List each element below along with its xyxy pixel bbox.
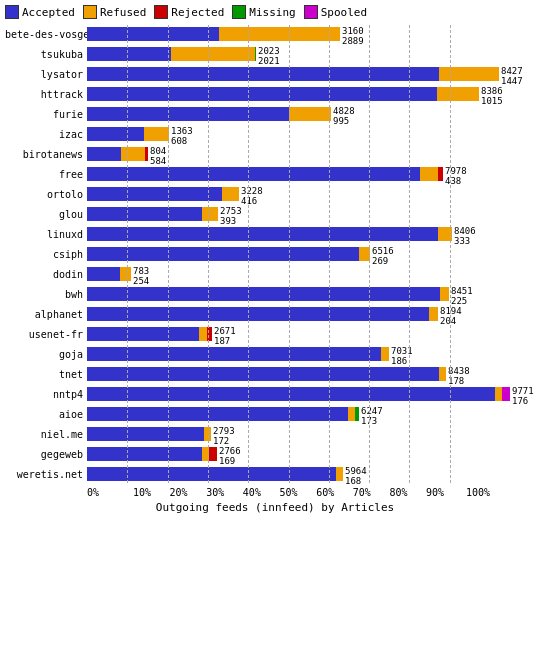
refused-bar	[381, 347, 389, 361]
x-axis-tick: 10%	[124, 487, 161, 498]
row-label: bete-des-vosges	[5, 29, 87, 40]
bar-value-label: 9771176	[512, 386, 534, 407]
accepted-bar	[87, 67, 439, 81]
table-row: gegeweb2766169	[5, 445, 545, 463]
refused-color-box	[83, 5, 97, 19]
table-row: nntp49771176	[5, 385, 545, 403]
bar-value-label: 8194204	[440, 306, 462, 327]
missing-bar	[255, 47, 256, 61]
accepted-bar	[87, 27, 219, 41]
x-axis-tick: 70%	[343, 487, 380, 498]
x-axis-tick: 50%	[270, 487, 307, 498]
row-label: birotanews	[5, 149, 87, 160]
refused-bar	[420, 167, 438, 181]
table-row: httrack83861015	[5, 85, 545, 103]
bar-container: 2793172	[87, 427, 490, 441]
rejected-bar	[145, 147, 148, 161]
legend-spooled-label: Spooled	[321, 6, 367, 19]
bar-value-label: 2671187	[214, 326, 236, 347]
legend-missing: Missing	[232, 5, 295, 19]
bar-container: 1363608	[87, 127, 490, 141]
bar-container: 2753393	[87, 207, 490, 221]
legend-accepted-label: Accepted	[22, 6, 75, 19]
accepted-bar	[87, 147, 121, 161]
accepted-bar	[87, 107, 289, 121]
bar-container: 6516269	[87, 247, 490, 261]
legend-accepted: Accepted	[5, 5, 75, 19]
bar-value-label: 7978438	[445, 166, 467, 187]
bar-value-label: 8438178	[448, 366, 470, 387]
x-axis-tick: 30%	[197, 487, 234, 498]
bar-container: 4828995	[87, 107, 490, 121]
refused-bar	[437, 87, 479, 101]
chart-title: Outgoing feeds (innfeed) by Articles	[5, 501, 545, 514]
bar-container: 20232021	[87, 47, 490, 61]
accepted-bar	[87, 367, 439, 381]
accepted-bar	[87, 207, 202, 221]
refused-bar	[171, 47, 255, 61]
refused-bar	[439, 367, 446, 381]
row-label: nntp4	[5, 389, 87, 400]
table-row: csiph6516269	[5, 245, 545, 263]
refused-bar	[222, 187, 239, 201]
legend-rejected: Rejected	[154, 5, 224, 19]
refused-bar	[204, 427, 211, 441]
row-label: gegeweb	[5, 449, 87, 460]
bar-container: 783254	[87, 267, 490, 281]
rejected-color-box	[154, 5, 168, 19]
bar-container: 6247173	[87, 407, 490, 421]
table-row: alphanet8194204	[5, 305, 545, 323]
x-axis-tick: 100%	[453, 487, 490, 498]
bar-value-label: 804584	[150, 146, 166, 167]
bar-value-label: 2793172	[213, 426, 235, 447]
legend-missing-label: Missing	[249, 6, 295, 19]
row-label: free	[5, 169, 87, 180]
bar-value-label: 20232021	[258, 46, 280, 67]
legend-refused-label: Refused	[100, 6, 146, 19]
row-label: tnet	[5, 369, 87, 380]
bar-container: 8194204	[87, 307, 490, 321]
table-row: tsukuba20232021	[5, 45, 545, 63]
table-row: ortolo3228416	[5, 185, 545, 203]
accepted-bar	[87, 447, 202, 461]
table-row: aioe6247173	[5, 405, 545, 423]
row-label: bwh	[5, 289, 87, 300]
bar-rows: bete-des-vosges31602889tsukuba20232021ly…	[5, 25, 545, 483]
bar-value-label: 3228416	[241, 186, 263, 207]
x-axis-tick: 20%	[160, 487, 197, 498]
refused-bar	[359, 247, 370, 261]
row-label: glou	[5, 209, 87, 220]
table-row: bwh8451225	[5, 285, 545, 303]
table-row: izac1363608	[5, 125, 545, 143]
accepted-bar	[87, 127, 144, 141]
bar-chart-area: bete-des-vosges31602889tsukuba20232021ly…	[5, 25, 545, 514]
rejected-bar	[209, 447, 217, 461]
chart-container: Accepted Refused Rejected Missing Spoole…	[0, 0, 550, 655]
accepted-bar	[87, 247, 359, 261]
bar-container: 8406333	[87, 227, 490, 241]
bar-container: 8451225	[87, 287, 490, 301]
table-row: tnet8438178	[5, 365, 545, 383]
accepted-bar	[87, 387, 495, 401]
bar-container: 3228416	[87, 187, 490, 201]
table-row: weretis.net5964168	[5, 465, 545, 483]
row-label: izac	[5, 129, 87, 140]
table-row: furie4828995	[5, 105, 545, 123]
bar-value-label: 2753393	[220, 206, 242, 227]
bar-value-label: 7031186	[391, 346, 413, 367]
accepted-bar	[87, 467, 336, 481]
table-row: goja7031186	[5, 345, 545, 363]
bar-value-label: 84271447	[501, 66, 523, 87]
bar-container: 31602889	[87, 27, 490, 41]
spooled-color-box	[304, 5, 318, 19]
accepted-bar	[87, 167, 420, 181]
bar-value-label: 783254	[133, 266, 149, 287]
bar-value-label: 6247173	[361, 406, 383, 427]
bar-value-label: 4828995	[333, 106, 355, 127]
x-axis-tick: 0%	[87, 487, 124, 498]
row-label: furie	[5, 109, 87, 120]
bar-container: 2766169	[87, 447, 490, 461]
missing-color-box	[232, 5, 246, 19]
refused-bar	[440, 287, 449, 301]
refused-bar	[199, 327, 207, 341]
